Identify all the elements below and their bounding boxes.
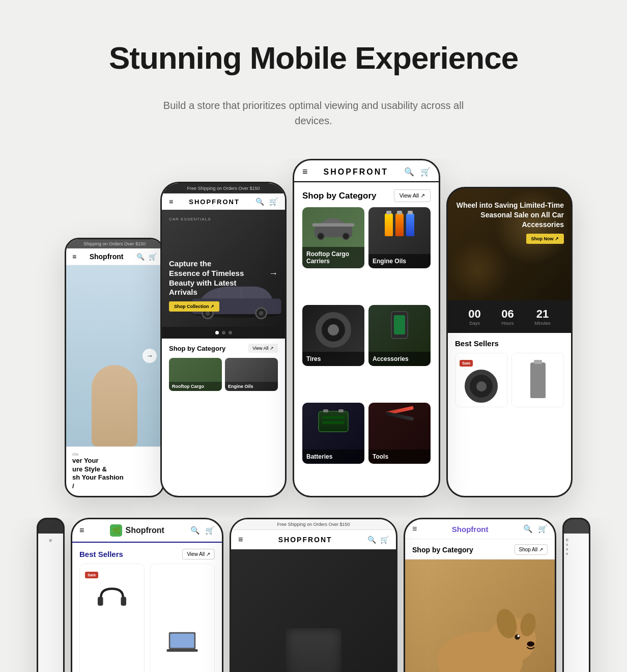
svg-point-21 [527,641,534,647]
p3-cat-tires[interactable]: Tires [302,305,364,366]
svg-rect-10 [98,597,103,606]
p2-cat-2[interactable]: Engine Oils [225,358,278,391]
p3-cat-engine[interactable]: Engine Oils [368,207,431,268]
p1-hero-area: → [66,265,163,446]
pb4-nav: ≡ Shopfront 🔍 🛒 [405,519,555,539]
pb2-product-1[interactable]: Sale [79,564,145,672]
pb2-search-icon[interactable]: 🔍 [190,526,200,535]
pb4-search-icon[interactable]: 🔍 [523,524,533,534]
p1-search-icon[interactable]: 🔍 [136,253,145,261]
hero-subtitle: Build a store that prioritizes optimal v… [151,98,476,128]
p4-hours: 06 Hours [501,307,514,326]
p2-cat-section: Shop by Category View All ↗ Rooftop Carg… [162,339,285,496]
p4-bs-item-1[interactable]: Sale [455,353,507,407]
p3-cart-icon[interactable]: 🛒 [420,167,431,177]
p3-batteries-label: Batteries [302,450,364,464]
p2-dots [162,327,285,339]
p4-shop-btn[interactable]: Shop Now ↗ [526,234,564,244]
p3-tools-label: Tools [368,450,431,464]
p4-minutes: 21 Minutes [534,307,551,326]
hero-title: Stunning Mobile Experience [0,0,627,86]
phones-row-2: ≡ ≡ 🌿 Shopfront 🔍 🛒 Best Sellers View [0,518,627,672]
p1-next-arrow[interactable]: → [142,349,157,363]
p1-hamburger: ≡ [72,253,76,261]
p3-tires-label: Tires [302,352,364,366]
pb3-cart-icon[interactable]: 🛒 [380,536,389,544]
p3-cat-batteries[interactable]: Batteries [302,403,364,464]
p2-logo: SHOPFRONT [189,198,240,206]
phones-row-1: Shipping on Orders Over $150 ≡ Shopfront… [0,159,627,518]
p2-search-icon[interactable]: 🔍 [255,198,264,206]
pb4-shop-all-btn[interactable]: Shop All ↗ [515,544,548,555]
p2-arrow[interactable]: → [269,268,278,279]
phone-1-frame: Shipping on Orders Over $150 ≡ Shopfront… [65,238,164,497]
phone-2-frame: Free Shipping on Orders Over $150 ≡ SHOP… [160,182,287,497]
phone-4-frame: Wheel into Saving Limited-Time Seasonal … [446,187,573,497]
p3-nav: ≡ SHOPFRONT 🔍 🛒 [294,160,439,182]
p1-cart-icon[interactable]: 🛒 [149,253,157,261]
pb3-menu-icon[interactable]: ≡ [238,535,243,544]
p3-accessories-label: Accessories [368,352,431,366]
p3-rooftop-label: Rooftop Cargo Carriers [302,247,364,268]
svg-point-5 [259,311,264,316]
p4-days: 00 Days [468,307,480,326]
hero-section: Stunning Mobile Experience Build a store… [0,0,627,128]
p2-cat-1[interactable]: Rooftop Cargo [169,358,222,391]
p4-bs-item-2[interactable] [511,353,564,407]
pb4-dog-svg [405,559,555,672]
pb2-product-2[interactable] [150,564,215,672]
p2-cart-icon[interactable]: 🛒 [269,198,278,206]
p2-shop-btn[interactable]: Shop Collection ↗ [169,301,219,312]
p4-bs-title: Best Sellers [455,339,564,348]
phone-b2-frame: ≡ 🌿 Shopfront 🔍 🛒 Best Sellers View All … [71,518,223,672]
p2-hero-text: Capture the Essence of Timeless Beauty w… [169,259,244,312]
p4-timer: 00 Days 06 Hours 21 Minutes [448,300,571,333]
pb3-banner: Free Shipping on Orders Over $150 [231,519,396,530]
p2-menu-icon[interactable]: ≡ [169,198,173,206]
pb3-logo: SHOPFRONT [278,536,332,544]
p4-best-sellers-section: Best Sellers Sale [448,333,571,496]
p4-sale-badge: Sale [460,360,473,367]
phone-b5-partial: Esse [562,518,590,672]
phone-3-frame: ≡ SHOPFRONT 🔍 🛒 Shop by Category View Al… [293,159,440,497]
pb2-nav: ≡ 🌿 Shopfront 🔍 🛒 [72,519,222,543]
pb2-menu-icon[interactable]: ≡ [79,526,84,535]
pb3-search-icon[interactable]: 🔍 [367,536,376,544]
phone-b3-frame: Free Shipping on Orders Over $150 ≡ SHOP… [230,518,397,672]
pb4-cat-header: Shop by Category Shop All ↗ [405,539,555,559]
svg-point-9 [343,233,349,240]
pb2-cart-icon[interactable]: 🛒 [205,526,215,535]
pb2-logo-text: Shopfront [125,526,164,535]
p2-nav: ≡ SHOPFRONT 🔍 🛒 [162,193,285,210]
pb4-menu-icon[interactable]: ≡ [412,524,417,534]
phone-b4-frame: ≡ Shopfront 🔍 🛒 Shop by Category Shop Al… [404,518,556,672]
p3-menu-icon[interactable]: ≡ [302,166,308,177]
svg-rect-14 [166,649,197,652]
p4-hero-text: Wheel into Saving Limited-Time Seasonal … [455,201,564,244]
pb3-hero: BIG SALE UP TO 50% Save up to 50% on You… [231,549,396,672]
pb2-bs-title: Best Sellers [79,550,123,558]
p3-engine-label: Engine Oils [368,254,431,268]
p3-cat-tools[interactable]: Tools [368,403,431,464]
pb4-cat-title: Shop by Category [412,546,473,554]
p1-text: ON ver Yourure Style &sh Your Fashion/ [66,446,163,496]
p2-view-all[interactable]: View All ↗ [248,344,278,353]
svg-rect-11 [121,597,127,606]
pb2-headphone-svg [94,582,130,613]
svg-point-8 [318,233,324,240]
p3-cat-accessories[interactable]: Accessories [368,305,431,366]
p3-search-icon[interactable]: 🔍 [404,167,414,177]
p3-view-all[interactable]: View All ↗ [394,189,431,202]
pb4-cart-icon[interactable]: 🛒 [538,524,548,534]
p1-banner: Shipping on Orders Over $150 [66,239,163,248]
p3-logo: SHOPFRONT [324,167,388,177]
p2-essentials-label: CAR ESSENTIALS [169,217,211,221]
p3-cat-rooftop[interactable]: Rooftop Cargo Carriers [302,207,364,268]
svg-rect-13 [170,633,194,648]
p2-cat-title: Shop by Category [169,345,225,352]
pb3-nav: ≡ SHOPFRONT 🔍 🛒 [231,530,396,549]
pb2-sale-badge: Sale [85,572,98,578]
p3-cat-header: Shop by Category View All ↗ [294,182,439,207]
svg-point-3 [206,311,210,316]
pb2-view-all-btn[interactable]: View All ↗ [182,549,215,559]
